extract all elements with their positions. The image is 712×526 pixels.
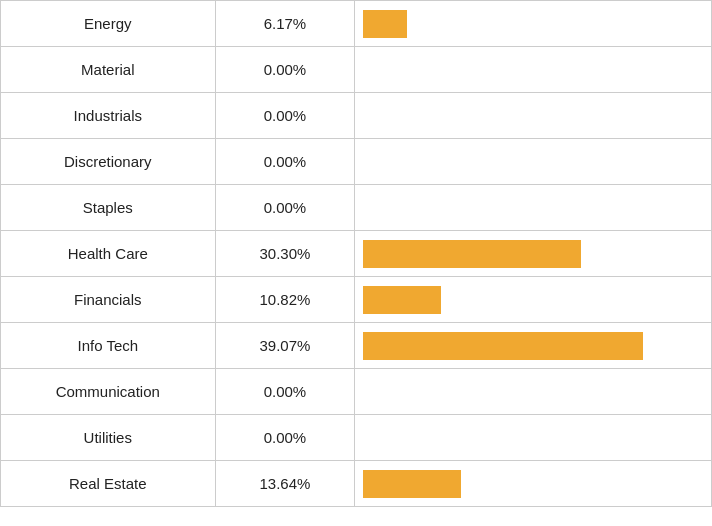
sector-value: 0.00%	[215, 139, 355, 185]
sector-value: 6.17%	[215, 1, 355, 47]
sector-bar	[363, 10, 407, 38]
sector-value: 30.30%	[215, 231, 355, 277]
sector-bar-cell	[355, 47, 712, 93]
sector-value: 0.00%	[215, 185, 355, 231]
sector-value: 39.07%	[215, 323, 355, 369]
sector-bar	[363, 470, 461, 498]
sector-bar-cell	[355, 139, 712, 185]
sector-bar	[363, 332, 643, 360]
sector-bar-cell	[355, 369, 712, 415]
sector-value: 0.00%	[215, 415, 355, 461]
sector-bar-cell	[355, 231, 712, 277]
sector-bar	[363, 286, 441, 314]
table-row: Health Care30.30%	[1, 231, 712, 277]
table-row: Info Tech39.07%	[1, 323, 712, 369]
sector-bar-cell	[355, 461, 712, 507]
sector-label: Industrials	[1, 93, 216, 139]
sector-bar-cell	[355, 415, 712, 461]
sector-label: Financials	[1, 277, 216, 323]
sector-bar-cell	[355, 277, 712, 323]
sector-label: Discretionary	[1, 139, 216, 185]
table-row: Real Estate13.64%	[1, 461, 712, 507]
sector-label: Health Care	[1, 231, 216, 277]
table-row: Material0.00%	[1, 47, 712, 93]
table-row: Financials10.82%	[1, 277, 712, 323]
sector-value: 13.64%	[215, 461, 355, 507]
sector-bar	[363, 240, 581, 268]
sector-label: Info Tech	[1, 323, 216, 369]
sector-label: Staples	[1, 185, 216, 231]
sector-label: Energy	[1, 1, 216, 47]
sector-bar-cell	[355, 93, 712, 139]
sector-value: 0.00%	[215, 369, 355, 415]
table-row: Industrials0.00%	[1, 93, 712, 139]
sector-bar-cell	[355, 323, 712, 369]
sector-value: 10.82%	[215, 277, 355, 323]
sector-allocation-table: Energy6.17%Material0.00%Industrials0.00%…	[0, 0, 712, 507]
sector-bar-cell	[355, 1, 712, 47]
table-row: Staples0.00%	[1, 185, 712, 231]
sector-label: Material	[1, 47, 216, 93]
table-row: Energy6.17%	[1, 1, 712, 47]
sector-label: Real Estate	[1, 461, 216, 507]
table-row: Discretionary0.00%	[1, 139, 712, 185]
sector-value: 0.00%	[215, 93, 355, 139]
sector-label: Communication	[1, 369, 216, 415]
sector-value: 0.00%	[215, 47, 355, 93]
sector-label: Utilities	[1, 415, 216, 461]
table-row: Communication0.00%	[1, 369, 712, 415]
sector-bar-cell	[355, 185, 712, 231]
table-row: Utilities0.00%	[1, 415, 712, 461]
